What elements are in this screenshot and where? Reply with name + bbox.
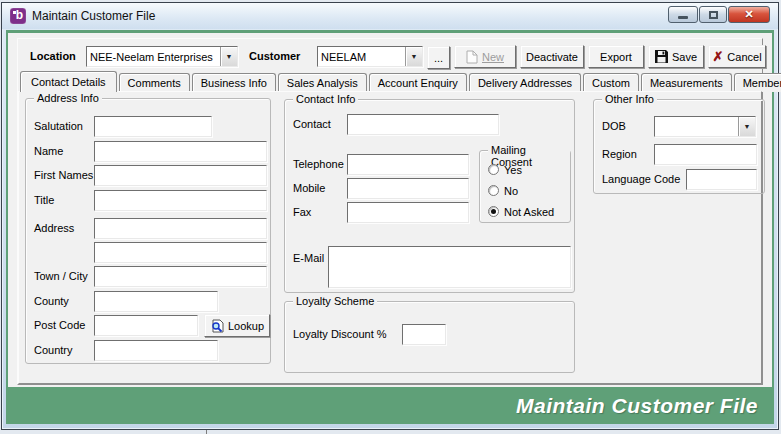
new-button[interactable]: New xyxy=(454,45,516,68)
footer-title: Maintain Customer File xyxy=(516,394,758,418)
customer-browse-button[interactable]: ... xyxy=(427,46,450,69)
form-panel: Location NEE-Neelam Enterprises ▼ Custom… xyxy=(17,38,763,385)
county-label: County xyxy=(34,291,69,312)
chevron-down-icon[interactable]: ▼ xyxy=(405,47,422,66)
maximize-button[interactable] xyxy=(699,6,727,23)
tab-delivery-addresses[interactable]: Delivery Addresses xyxy=(469,73,581,92)
tab-custom[interactable]: Custom xyxy=(583,73,639,92)
name-field[interactable] xyxy=(94,141,267,162)
name-label: Name xyxy=(34,141,63,162)
address-line1-field[interactable] xyxy=(94,218,267,239)
footer-bar: Maintain Customer File xyxy=(8,389,772,422)
consent-yes-radio[interactable]: Yes xyxy=(488,163,522,176)
titlebar[interactable]: b Maintain Customer File ✕ xyxy=(2,3,778,29)
radio-icon xyxy=(488,206,499,217)
first-names-label: First Names xyxy=(34,165,93,186)
consent-no-radio[interactable]: No xyxy=(488,184,518,197)
chevron-down-icon[interactable]: ▼ xyxy=(220,47,237,66)
radio-icon xyxy=(488,164,499,175)
loyalty-scheme-group: Loyalty Scheme Loyalty Discount % xyxy=(284,301,575,373)
tab-sales-analysis[interactable]: Sales Analysis xyxy=(278,73,367,92)
telephone-label: Telephone xyxy=(293,154,344,175)
country-label: Country xyxy=(34,340,73,361)
contact-label: Contact xyxy=(293,114,331,135)
fax-label: Fax xyxy=(293,202,311,223)
town-city-label: Town / City xyxy=(34,266,88,287)
cancel-x-icon: ✗ xyxy=(712,50,723,63)
mailing-consent-group: Mailing Consent Yes No xyxy=(479,150,571,223)
chevron-down-icon[interactable]: ▼ xyxy=(738,117,755,136)
region-field[interactable] xyxy=(654,144,757,165)
save-floppy-icon xyxy=(655,50,668,63)
tab-business-info[interactable]: Business Info xyxy=(192,73,276,92)
loyalty-discount-field[interactable] xyxy=(402,324,446,345)
fax-field[interactable] xyxy=(347,202,469,223)
address-info-group: Address Info Salutation Name First Names… xyxy=(25,98,271,364)
loyalty-scheme-title: Loyalty Scheme xyxy=(293,295,377,307)
telephone-field[interactable] xyxy=(347,154,469,175)
location-combobox[interactable]: NEE-Neelam Enterprises ▼ xyxy=(86,46,238,67)
address-info-title: Address Info xyxy=(34,92,102,104)
close-icon: ✕ xyxy=(744,8,753,21)
customer-combobox[interactable]: NEELAM ▼ xyxy=(317,46,423,67)
customer-label: Customer xyxy=(249,46,300,67)
contact-info-group: Contact Info Contact Telephone Mobile Fa… xyxy=(284,99,575,293)
language-code-label: Language Code xyxy=(602,169,680,190)
country-field[interactable] xyxy=(94,340,218,361)
contact-info-title: Contact Info xyxy=(293,93,358,105)
first-names-field[interactable] xyxy=(94,165,267,186)
tab-strip: Contact Details Comments Business Info S… xyxy=(20,71,781,92)
region-label: Region xyxy=(602,144,637,165)
loyalty-discount-label: Loyalty Discount % xyxy=(293,324,387,345)
tab-measurements[interactable]: Measurements xyxy=(641,73,732,92)
deactivate-button[interactable]: Deactivate xyxy=(520,45,584,68)
lookup-magnifier-icon xyxy=(210,319,224,333)
tab-comments[interactable]: Comments xyxy=(119,73,190,92)
mobile-field[interactable] xyxy=(347,178,469,199)
cancel-button[interactable]: ✗ Cancel xyxy=(708,45,766,68)
title-label: Title xyxy=(34,190,54,211)
county-field[interactable] xyxy=(94,291,218,312)
mobile-label: Mobile xyxy=(293,178,325,199)
maximize-icon xyxy=(709,11,718,19)
dob-label: DOB xyxy=(602,116,626,137)
export-button[interactable]: Export xyxy=(588,45,644,68)
radio-icon xyxy=(488,185,499,196)
minimize-icon xyxy=(678,16,688,19)
tab-contact-details[interactable]: Contact Details xyxy=(20,71,117,92)
content-area: Location NEE-Neelam Enterprises ▼ Custom… xyxy=(8,33,772,387)
email-field[interactable] xyxy=(328,246,571,288)
new-page-icon xyxy=(466,50,478,64)
title-field[interactable] xyxy=(94,190,267,211)
window-title: Maintain Customer File xyxy=(32,9,155,23)
salutation-label: Salutation xyxy=(34,116,83,137)
contact-details-tabpage: Address Info Salutation Name First Names… xyxy=(18,91,762,384)
close-button[interactable]: ✕ xyxy=(728,6,770,23)
other-info-title: Other Info xyxy=(602,93,657,105)
tab-account-enquiry[interactable]: Account Enquiry xyxy=(369,73,467,92)
maintain-customer-file-window: b Maintain Customer File ✕ Location NEE-… xyxy=(1,2,779,430)
other-info-group: Other Info DOB ▼ Region Language Code xyxy=(593,99,765,194)
email-label: E-Mail xyxy=(293,248,324,269)
location-label: Location xyxy=(30,46,76,67)
salutation-field[interactable] xyxy=(94,116,212,137)
post-code-lookup-button[interactable]: Lookup xyxy=(204,314,270,337)
consent-not-asked-radio[interactable]: Not Asked xyxy=(488,205,554,218)
save-button[interactable]: Save xyxy=(648,45,704,68)
address-line2-field[interactable] xyxy=(94,242,267,263)
client-area: Location NEE-Neelam Enterprises ▼ Custom… xyxy=(6,30,774,424)
post-code-label: Post Code xyxy=(34,315,85,336)
post-code-field[interactable] xyxy=(94,315,198,336)
town-city-field[interactable] xyxy=(94,266,267,287)
tab-membership-details[interactable]: Membership Details xyxy=(734,73,781,92)
minimize-button[interactable] xyxy=(668,6,698,23)
address-label: Address xyxy=(34,218,74,239)
language-code-field[interactable] xyxy=(686,169,757,190)
app-logo-icon: b xyxy=(10,8,26,24)
contact-field[interactable] xyxy=(347,114,499,135)
desktop-background: b Maintain Customer File ✕ Location NEE-… xyxy=(0,0,781,434)
dob-combobox[interactable]: ▼ xyxy=(654,116,756,137)
